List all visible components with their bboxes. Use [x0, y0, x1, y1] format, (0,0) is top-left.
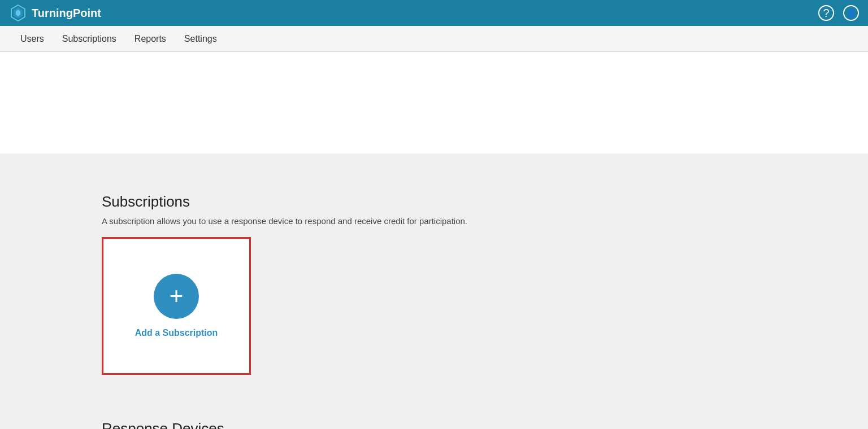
nav-item-subscriptions[interactable]: Subscriptions: [53, 26, 125, 52]
nav-item-reports[interactable]: Reports: [125, 26, 175, 52]
subscriptions-description: A subscription allows you to use a respo…: [102, 216, 868, 226]
subscriptions-section: Subscriptions A subscription allows you …: [102, 176, 868, 414]
add-subscription-label: Add a Subscription: [135, 328, 218, 338]
top-bar-icons: ? 👤: [818, 5, 859, 21]
top-bar: TurningPoint ? 👤: [0, 0, 868, 26]
logo-text: TurningPoint: [32, 7, 101, 20]
response-devices-title: Response Devices: [102, 420, 868, 429]
help-icon[interactable]: ?: [818, 5, 834, 21]
nav-item-users[interactable]: Users: [11, 26, 53, 52]
nav-item-settings[interactable]: Settings: [175, 26, 226, 52]
main-content: Subscriptions A subscription allows you …: [0, 154, 868, 429]
logo-icon: [9, 4, 27, 22]
secondary-nav: Users Subscriptions Reports Settings: [0, 26, 868, 52]
subscriptions-title: Subscriptions: [102, 193, 868, 211]
subscriptions-cards-row: + Add a Subscription: [102, 237, 868, 375]
add-subscription-icon: +: [154, 274, 199, 319]
response-devices-section: Response Devices: [102, 420, 868, 429]
logo[interactable]: TurningPoint: [9, 4, 101, 22]
user-icon[interactable]: 👤: [843, 5, 859, 21]
white-banner: [0, 52, 868, 154]
add-subscription-card[interactable]: + Add a Subscription: [102, 237, 251, 375]
